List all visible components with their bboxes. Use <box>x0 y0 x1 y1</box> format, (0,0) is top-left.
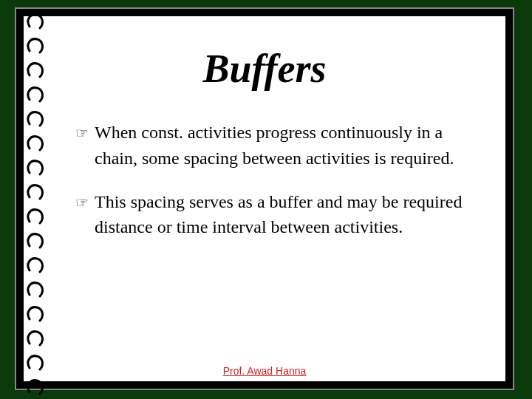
spiral-ring-icon <box>27 109 46 129</box>
spiral-ring-icon <box>27 207 46 226</box>
spiral-ring-icon <box>27 256 46 275</box>
spiral-ring-icon <box>27 183 46 202</box>
hand-icon: ☞ <box>75 123 89 144</box>
spiral-ring-icon <box>27 304 46 324</box>
slide-footer: Prof. Awad Hanna <box>24 365 505 377</box>
bullet-item: ☞ This spacing serves as a buffer and ma… <box>75 189 476 241</box>
slide-body: ☞ When const. activities progress contin… <box>75 120 476 258</box>
bullet-text: When const. activities progress continuo… <box>95 123 454 168</box>
spiral-ring-icon <box>27 158 46 177</box>
hand-icon: ☞ <box>75 192 89 214</box>
spiral-ring-icon <box>27 378 46 397</box>
spiral-ring-icon <box>27 12 46 31</box>
bullet-text: This spacing serves as a buffer and may … <box>95 192 462 237</box>
spiral-ring-icon <box>27 329 46 348</box>
spiral-ring-icon <box>27 231 46 250</box>
slide-title: Buffers <box>24 46 505 92</box>
slide-frame: Buffers ☞ When const. activities progres… <box>15 7 514 390</box>
slide-page: Buffers ☞ When const. activities progres… <box>24 16 505 381</box>
spiral-ring-icon <box>27 134 46 153</box>
bullet-item: ☞ When const. activities progress contin… <box>75 120 476 171</box>
spiral-ring-icon <box>27 280 46 299</box>
